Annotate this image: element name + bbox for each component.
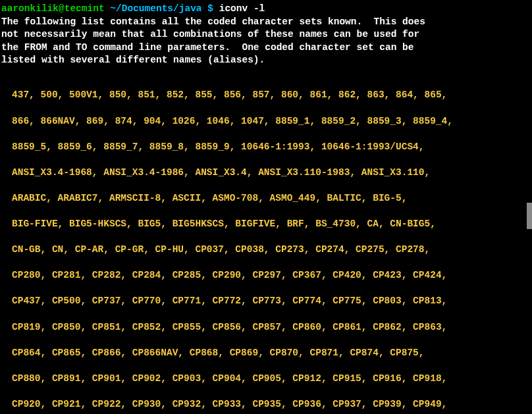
command-text: iconv -l [219, 3, 265, 14]
scrollbar-thumb[interactable] [527, 203, 532, 229]
blank-spacer [1, 67, 531, 76]
charset-line: CP437, CP500, CP737, CP770, CP771, CP772… [12, 295, 531, 308]
intro-line-3: listed with several different names (ali… [1, 54, 531, 67]
prompt-dollar: $ [207, 3, 213, 14]
charset-line: ANSI_X3.4-1968, ANSI_X3.4-1986, ANSI_X3.… [12, 167, 531, 180]
charset-line: 866, 866NAV, 869, 874, 904, 1026, 1046, … [12, 115, 531, 128]
charset-line: 8859_5, 8859_6, 8859_7, 8859_8, 8859_9, … [12, 141, 531, 154]
charset-line: CN-GB, CN, CP-AR, CP-GR, CP-HU, CP037, C… [12, 244, 531, 257]
charset-line: CP819, CP850, CP851, CP852, CP855, CP856… [12, 321, 531, 334]
charset-line: CP880, CP891, CP901, CP902, CP903, CP904… [12, 373, 531, 386]
intro-line-0: The following list contains all the code… [1, 16, 531, 29]
user-host: aaronkilik@tecmint [1, 3, 105, 14]
charset-output: 437, 500, 500V1, 850, 851, 852, 855, 856… [1, 76, 531, 414]
current-path: ~/Documents/java [110, 3, 201, 14]
charset-line: 437, 500, 500V1, 850, 851, 852, 855, 856… [12, 89, 531, 102]
charset-line: BIG-FIVE, BIG5-HKSCS, BIG5, BIG5HKSCS, B… [12, 218, 531, 231]
charset-line: CP864, CP865, CP866, CP866NAV, CP868, CP… [12, 347, 531, 360]
charset-line: CP920, CP921, CP922, CP930, CP932, CP933… [12, 398, 531, 411]
intro-line-1: not necessarily mean that all combinatio… [1, 28, 531, 41]
terminal-prompt: aaronkilik@tecmint ~/Documents/java $ ic… [1, 3, 531, 16]
charset-line: ARABIC, ARABIC7, ARMSCII-8, ASCII, ASMO-… [12, 192, 531, 205]
intro-line-2: the FROM and TO command line parameters.… [1, 41, 531, 55]
charset-line: CP280, CP281, CP282, CP284, CP285, CP290… [12, 269, 531, 282]
